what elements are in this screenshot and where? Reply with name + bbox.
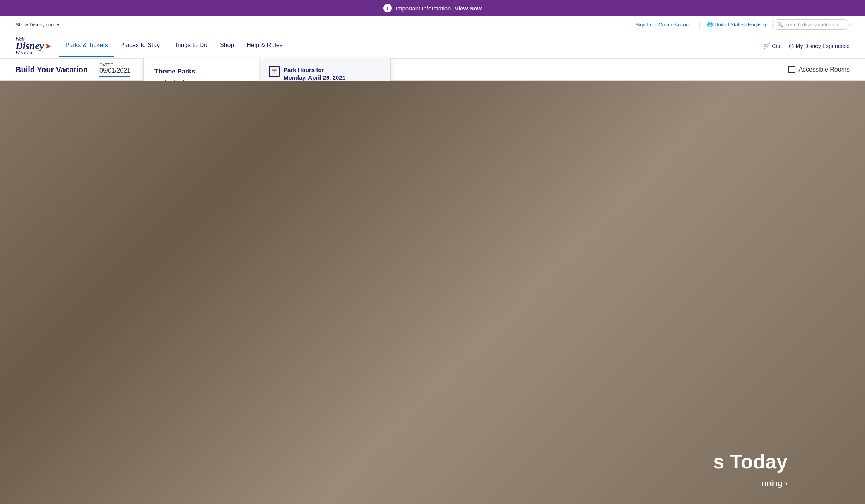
dropdown-menu: Theme Parks Magic Kingdom Epcot Disney's…: [143, 58, 391, 81]
wdw-logo: Walt Disney World: [15, 36, 44, 55]
theme-parks-title: Theme Parks: [154, 68, 248, 75]
theme-parks-section: Theme Parks Magic Kingdom Epcot Disney's…: [154, 68, 248, 81]
sign-in-link[interactable]: Sign In or Create Account: [636, 22, 693, 27]
my-disney-label: My Disney Experience: [796, 43, 850, 49]
logo-area[interactable]: Walt Disney World ➤: [15, 33, 51, 58]
nav-item-shop[interactable]: Shop: [214, 35, 240, 57]
nav-item-places-to-stay[interactable]: Places to Stay: [114, 35, 166, 57]
secondary-nav-right: Sign In or Create Account | 🌐 United Sta…: [636, 19, 850, 30]
globe-icon: 🌐: [707, 22, 713, 27]
cart-link[interactable]: 🛒 Cart: [764, 43, 782, 49]
search-box[interactable]: 🔍 search disneyworld.com: [772, 19, 850, 30]
magic-kingdom-link[interactable]: Magic Kingdom: [154, 78, 248, 81]
cart-icon-symbol: 🛒: [764, 43, 770, 49]
accessible-rooms-label: Accessible Rooms: [798, 66, 850, 73]
vacation-bar: Build Your Vacation Dates 05/01/2021 Acc…: [0, 59, 865, 81]
accessible-rooms[interactable]: Accessible Rooms: [788, 66, 850, 73]
park-hours-header: 📅 Park Hours for Monday, April 26, 2021 …: [269, 66, 381, 81]
cart-label: Cart: [772, 43, 782, 49]
logo-arrow: ➤: [45, 41, 51, 51]
dates-value: 05/01/2021: [99, 67, 130, 74]
search-placeholder: search disneyworld.com: [786, 22, 839, 27]
dates-label: Dates: [99, 63, 130, 67]
search-icon: 🔍: [777, 22, 783, 27]
main-nav: Walt Disney World ➤ Parks & Tickets Plac…: [0, 33, 865, 59]
dropdown-left-panel: Theme Parks Magic Kingdom Epcot Disney's…: [144, 58, 260, 81]
announcement-text: Important Information: [396, 5, 451, 12]
nav-divider: |: [699, 21, 701, 28]
park-hours-title: 📅 Park Hours for Monday, April 26, 2021 …: [269, 66, 381, 81]
dropdown-right-panel: 📅 Park Hours for Monday, April 26, 2021 …: [260, 58, 390, 81]
vacation-title: Build Your Vacation: [15, 65, 88, 74]
my-disney-link[interactable]: ⊙ My Disney Experience: [788, 42, 850, 50]
nav-right: 🛒 Cart ⊙ My Disney Experience: [764, 42, 850, 50]
info-icon: i: [383, 4, 392, 12]
announcement-bar: i Important Information View Now: [0, 0, 865, 16]
secondary-nav: Show Disney.com ▾ Sign In or Create Acco…: [0, 16, 865, 33]
park-hours-date: Monday, April 26, 2021: [284, 74, 345, 81]
show-disney-toggle[interactable]: Show Disney.com ▾: [15, 22, 60, 27]
accessible-rooms-checkbox[interactable]: [788, 66, 795, 73]
disney-circle-icon: ⊙: [788, 42, 794, 50]
announcement-link[interactable]: View Now: [455, 5, 482, 12]
nav-item-things-to-do[interactable]: Things to Do: [166, 35, 214, 57]
calendar-icon: 📅: [269, 66, 280, 77]
nav-items: Parks & Tickets Places to Stay Things to…: [59, 35, 764, 57]
park-hours-label: Park Hours for: [284, 66, 324, 73]
nav-item-help-rules[interactable]: Help & Rules: [240, 35, 289, 57]
vacation-dates[interactable]: Dates 05/01/2021: [99, 63, 130, 77]
language-selector[interactable]: 🌐 United States (English): [707, 22, 766, 27]
nav-item-parks-tickets[interactable]: Parks & Tickets: [59, 35, 114, 57]
